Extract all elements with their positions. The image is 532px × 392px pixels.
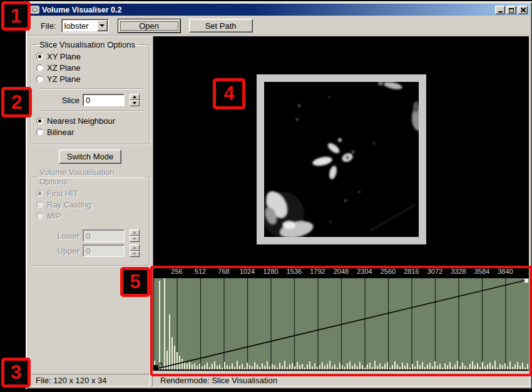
separator — [38, 111, 143, 112]
spinner-up-button[interactable] — [130, 229, 140, 236]
radio-label: XY Plane — [47, 52, 81, 61]
chevron-down-icon — [100, 24, 105, 27]
axis-tick-label: 1280 — [260, 268, 282, 275]
radio-icon — [36, 64, 43, 71]
axis-tick-label: 2304 — [354, 268, 376, 275]
radio-nearest-neighbour[interactable]: Nearest Neighbour — [36, 116, 145, 126]
lower-input[interactable] — [83, 229, 125, 242]
radio-icon — [36, 201, 43, 208]
axis-tick-label: 2048 — [330, 268, 352, 275]
main-area: Slice Visualisation Options XY Plane XZ … — [28, 36, 529, 371]
lower-field-row: Lower — [36, 229, 145, 242]
radio-mip[interactable]: MIP — [36, 211, 145, 221]
render-viewport: 2565127681024128015361792204823042560281… — [153, 36, 529, 371]
axis-tick-label: 2816 — [401, 268, 422, 275]
minimize-icon — [498, 11, 503, 13]
triangle-up-icon — [133, 246, 136, 249]
histogram-chart[interactable]: 0 — [153, 278, 529, 369]
axis-tick-label: 1024 — [237, 268, 258, 275]
slice-label: Slice — [62, 96, 79, 105]
radio-icon — [36, 213, 43, 219]
set-path-button[interactable]: Set Path — [189, 19, 253, 33]
radio-bilinear[interactable]: Bilinear — [36, 128, 145, 137]
app-window: Volume Visualiser 0.2 File: lobster Open… — [26, 1, 532, 389]
radio-icon — [36, 53, 43, 60]
axis-tick-label: 1792 — [307, 268, 329, 275]
upper-label: Upper — [58, 246, 79, 256]
axis-tick-label: 2560 — [377, 268, 399, 275]
radio-label: First HIT — [47, 189, 78, 198]
file-combobox[interactable]: lobster — [61, 19, 109, 33]
window-title: Volume Visualiser 0.2 — [42, 6, 121, 14]
status-rendermode: Rendermode: Slice Visualisation — [152, 374, 530, 386]
triangle-down-icon — [133, 102, 136, 104]
axis-tick-label: 256 — [166, 268, 188, 275]
radio-label: MIP — [47, 211, 61, 221]
close-icon — [520, 8, 526, 13]
axis-tick-label: 3584 — [471, 268, 493, 275]
radio-icon — [36, 118, 43, 124]
screenshot-canvas: Volume Visualiser 0.2 File: lobster Open… — [0, 0, 532, 392]
axis-tick-label: 3840 — [495, 268, 516, 275]
maximize-button[interactable] — [506, 6, 516, 14]
status-file-info: File: 120 x 120 x 34 — [28, 374, 150, 386]
triangle-up-icon — [133, 96, 136, 98]
switch-mode-button[interactable]: Switch Mode — [59, 149, 121, 164]
triangle-up-icon — [133, 231, 136, 234]
radio-icon — [36, 129, 43, 136]
lower-spinner — [130, 229, 140, 242]
app-icon — [30, 6, 39, 14]
title-bar[interactable]: Volume Visualiser 0.2 — [28, 4, 529, 16]
spinner-down-button[interactable] — [130, 251, 140, 257]
triangle-down-icon — [133, 253, 136, 255]
upper-spinner — [130, 244, 140, 257]
file-label: File: — [41, 21, 56, 31]
spinner-down-button[interactable] — [130, 100, 140, 106]
toolbar: File: lobster Open Set Path — [28, 16, 530, 36]
axis-tick-label: 512 — [190, 268, 211, 275]
status-bar: File: 120 x 120 x 34 Rendermode: Slice V… — [28, 373, 530, 386]
spinner-down-button[interactable] — [130, 236, 140, 242]
radio-icon — [36, 76, 43, 83]
radio-first-hit[interactable]: First HIT — [36, 189, 145, 198]
radio-label: Ray Casting — [47, 200, 91, 209]
upper-input[interactable] — [83, 244, 125, 257]
radio-label: YZ Plane — [47, 74, 80, 84]
minimize-button[interactable] — [495, 6, 505, 14]
radio-xy-plane[interactable]: XY Plane — [36, 52, 145, 61]
file-combobox-value: lobster — [62, 21, 97, 31]
radio-yz-plane[interactable]: YZ Plane — [36, 74, 145, 84]
axis-tick-label: 3072 — [424, 268, 446, 275]
slice-input[interactable] — [83, 94, 125, 106]
slice-field-row: Slice — [36, 94, 145, 106]
axis-tick-label: 768 — [213, 268, 235, 275]
upper-field-row: Upper — [36, 244, 145, 257]
slice-image-frame — [257, 74, 426, 244]
volume-options-title: Volume Visualisation Options — [38, 168, 145, 186]
lower-label: Lower — [58, 231, 79, 241]
radio-ray-casting[interactable]: Ray Casting — [36, 200, 145, 209]
histogram-panel: 2565127681024128015361792204823042560281… — [153, 264, 529, 369]
side-panel: Slice Visualisation Options XY Plane XZ … — [28, 36, 153, 371]
radio-xz-plane[interactable]: XZ Plane — [36, 63, 145, 73]
radio-label: Nearest Neighbour — [47, 116, 115, 126]
radio-icon — [36, 190, 43, 197]
maximize-icon — [509, 8, 514, 13]
slice-options-group: Slice Visualisation Options XY Plane XZ … — [31, 40, 150, 144]
slice-image — [264, 82, 419, 237]
axis-tick-label: 3328 — [448, 268, 469, 275]
open-button[interactable]: Open — [118, 19, 181, 33]
spinner-up-button[interactable] — [130, 94, 140, 100]
close-button[interactable] — [518, 6, 528, 14]
slice-options-title: Slice Visualisation Options — [38, 40, 137, 49]
slice-spinner — [130, 94, 140, 106]
spinner-up-button[interactable] — [130, 244, 140, 251]
separator — [38, 88, 143, 89]
axis-tick-label: 1536 — [284, 268, 305, 275]
triangle-down-icon — [133, 238, 136, 240]
radio-label: Bilinear — [47, 128, 74, 137]
volume-options-group: Volume Visualisation Options First HIT R… — [31, 168, 150, 266]
combobox-dropdown-button[interactable] — [97, 20, 108, 31]
histogram-axis-labels: 2565127681024128015361792204823042560281… — [153, 264, 529, 278]
svg-text:0: 0 — [158, 361, 163, 369]
